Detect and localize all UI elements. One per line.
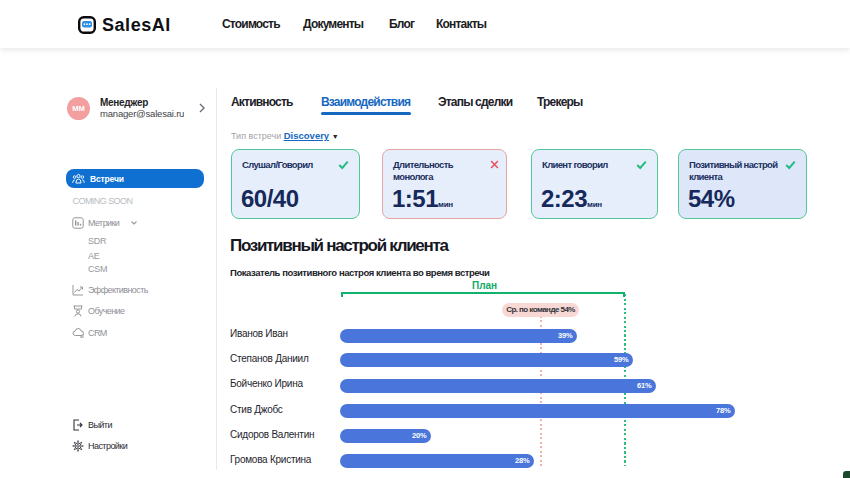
svg-text:al: al bbox=[80, 334, 84, 339]
